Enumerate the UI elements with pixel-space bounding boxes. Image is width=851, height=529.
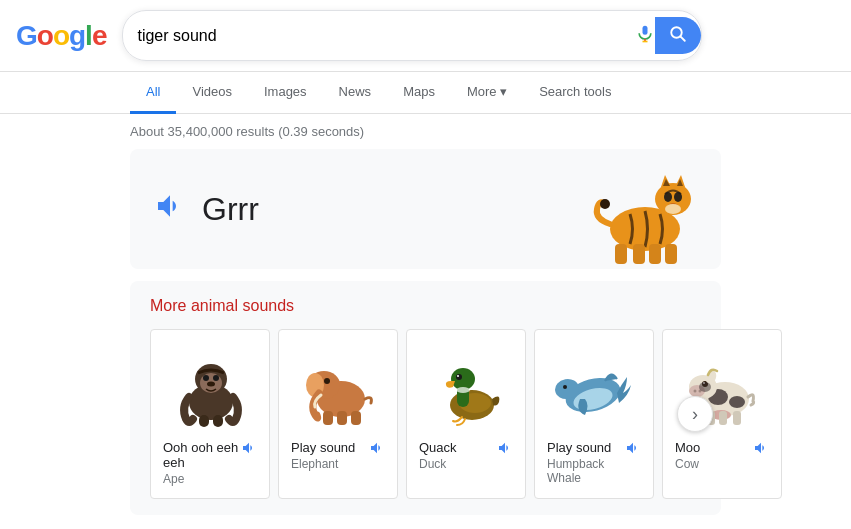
animal-label-ape: Ooh ooh eeh eeh Ape	[163, 440, 257, 486]
mic-icon[interactable]	[635, 24, 655, 47]
svg-point-44	[563, 385, 567, 389]
svg-point-9	[665, 204, 681, 214]
animal-label-whale: Play sound Humpback Whale	[547, 440, 641, 485]
svg-rect-0	[643, 26, 648, 35]
nav-tabs: All Videos Images News Maps More ▾ Searc…	[0, 72, 851, 114]
svg-rect-33	[351, 411, 361, 425]
svg-point-7	[674, 192, 682, 202]
svg-rect-25	[199, 415, 209, 427]
animal-label-cow: Moo Cow	[675, 440, 769, 471]
svg-rect-14	[615, 244, 627, 264]
svg-rect-58	[733, 411, 741, 425]
svg-rect-15	[633, 244, 645, 264]
search-input[interactable]	[137, 27, 627, 45]
svg-point-22	[203, 375, 209, 381]
animal-image-whale	[547, 342, 643, 432]
animal-image-ape	[163, 342, 259, 432]
svg-point-59	[699, 382, 711, 392]
ape-speaker-icon[interactable]	[241, 440, 257, 460]
svg-point-39	[457, 375, 459, 377]
svg-point-38	[456, 374, 462, 380]
more-sounds-section: More animal sounds	[130, 281, 721, 515]
main-content: Grrr	[0, 149, 851, 515]
tab-search-tools[interactable]: Search tools	[523, 72, 627, 114]
tab-maps[interactable]: Maps	[387, 72, 451, 114]
whale-speaker-icon[interactable]	[625, 440, 641, 460]
svg-point-24	[207, 382, 215, 387]
tab-videos[interactable]: Videos	[176, 72, 248, 114]
svg-point-40	[456, 387, 470, 393]
svg-rect-57	[719, 411, 727, 425]
tab-more[interactable]: More ▾	[451, 72, 523, 114]
more-sounds-title: More animal sounds	[150, 297, 701, 315]
animals-grid: Ooh ooh eeh eeh Ape	[150, 329, 701, 499]
search-button[interactable]	[655, 17, 701, 54]
svg-rect-26	[213, 415, 223, 427]
svg-point-30	[324, 378, 330, 384]
tiger-image	[585, 159, 705, 269]
svg-rect-17	[665, 244, 677, 264]
svg-point-23	[213, 375, 219, 381]
next-animals-button[interactable]: ›	[677, 396, 713, 432]
animal-label-duck: Quack Duck	[419, 440, 513, 471]
tiger-speaker-icon[interactable]	[154, 190, 186, 229]
svg-point-47	[729, 396, 745, 408]
animal-label-elephant: Play sound Elephant	[291, 440, 385, 471]
animal-card-whale[interactable]: Play sound Humpback Whale	[534, 329, 654, 499]
tiger-sound-card: Grrr	[130, 149, 721, 269]
svg-point-50	[694, 390, 697, 393]
header: Google	[0, 0, 851, 72]
google-logo: Google	[16, 20, 106, 52]
sound-main: Grrr	[154, 190, 259, 229]
animal-card-elephant[interactable]: Play sound Elephant	[278, 329, 398, 499]
cow-speaker-icon[interactable]	[753, 440, 769, 460]
svg-rect-32	[337, 411, 347, 425]
results-count: About 35,400,000 results (0.39 seconds)	[0, 114, 851, 149]
svg-line-3	[681, 37, 685, 41]
animal-image-elephant	[291, 342, 387, 432]
svg-point-18	[600, 199, 610, 209]
duck-speaker-icon[interactable]	[497, 440, 513, 460]
animal-card-duck[interactable]: Quack Duck	[406, 329, 526, 499]
svg-rect-16	[649, 244, 661, 264]
search-bar	[122, 10, 702, 61]
svg-point-37	[451, 368, 475, 390]
svg-point-6	[664, 192, 672, 202]
svg-rect-31	[323, 411, 333, 425]
elephant-speaker-icon[interactable]	[369, 440, 385, 460]
tab-all[interactable]: All	[130, 72, 176, 114]
tab-news[interactable]: News	[323, 72, 388, 114]
animal-card-ape[interactable]: Ooh ooh eeh eeh Ape	[150, 329, 270, 499]
tab-images[interactable]: Images	[248, 72, 323, 114]
animal-image-duck	[419, 342, 515, 432]
tiger-sound-label: Grrr	[202, 191, 259, 228]
